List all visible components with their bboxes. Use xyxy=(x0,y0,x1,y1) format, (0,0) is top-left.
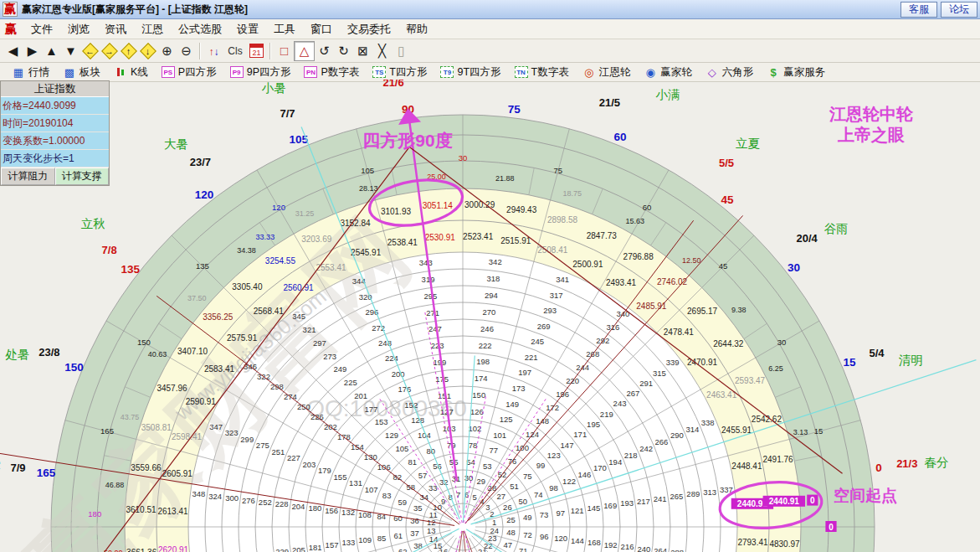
customer-service-button[interactable]: 客服 xyxy=(900,2,937,18)
svg-text:135: 135 xyxy=(121,263,141,276)
module-label: 板块 xyxy=(80,65,100,80)
svg-text:21/3: 21/3 xyxy=(896,457,917,470)
module-button-8[interactable]: TNT数字表 xyxy=(508,64,576,80)
rotate-ccw-icon[interactable]: ↺ xyxy=(315,42,334,60)
module-label: 赢家轮 xyxy=(660,65,692,80)
calc-support-button[interactable]: 计算支撑 xyxy=(55,168,110,185)
svg-text:293: 293 xyxy=(543,306,557,315)
svg-text:228: 228 xyxy=(275,499,289,508)
module-button-3[interactable]: PSP四方形 xyxy=(155,64,223,80)
module-button-7[interactable]: T99T四方形 xyxy=(434,64,507,80)
svg-text:125: 125 xyxy=(500,415,513,424)
toolbar-separator xyxy=(199,43,201,59)
menu-item-9[interactable]: 帮助 xyxy=(398,19,435,39)
down-triangle-icon[interactable]: ▼ xyxy=(61,42,80,60)
module-button-11[interactable]: ◇六角形 xyxy=(699,64,761,80)
svg-text:264: 264 xyxy=(654,546,667,552)
zoom-in-icon[interactable]: ⊕ xyxy=(157,42,177,60)
square-tool-icon[interactable]: □ xyxy=(275,42,294,60)
svg-text:289: 289 xyxy=(686,489,700,498)
svg-text:243: 243 xyxy=(613,399,627,408)
svg-text:221: 221 xyxy=(525,353,538,362)
svg-text:小满: 小满 xyxy=(655,88,680,101)
svg-text:273: 273 xyxy=(323,352,336,361)
module-button-1[interactable]: ▩板块 xyxy=(56,64,107,80)
app-logo-icon: 赢 xyxy=(3,2,18,17)
svg-text:249: 249 xyxy=(334,364,347,374)
boxed-x-icon[interactable]: ⊠ xyxy=(353,42,372,60)
menu-item-2[interactable]: 资讯 xyxy=(97,19,134,39)
svg-text:3051.14: 3051.14 xyxy=(423,201,454,210)
svg-text:297: 297 xyxy=(313,338,326,348)
forward-icon[interactable]: ▶ xyxy=(23,42,42,60)
gann-wheel-canvas[interactable]: 赢家财富网www.yingjia360.comQQ:10080036012345… xyxy=(0,80,980,552)
sort-updown-icon[interactable]: ↑↓ xyxy=(204,42,223,60)
module-button-2[interactable]: K线 xyxy=(107,64,155,80)
svg-text:246: 246 xyxy=(480,324,494,333)
menu-item-4[interactable]: 公式选股 xyxy=(171,19,229,39)
svg-text:2598.41: 2598.41 xyxy=(172,432,203,441)
svg-text:0: 0 xyxy=(875,462,882,474)
svg-text:324: 324 xyxy=(208,492,222,501)
pan-left-icon[interactable]: ← xyxy=(80,42,100,60)
pan-up-icon[interactable]: ↑ xyxy=(119,42,138,60)
pan-down-icon[interactable]: ↓ xyxy=(138,42,157,60)
menu-item-6[interactable]: 工具 xyxy=(266,19,303,39)
module-label: 江恩轮 xyxy=(599,65,631,80)
svg-text:3508.81: 3508.81 xyxy=(141,423,172,432)
svg-text:37: 37 xyxy=(410,529,419,538)
svg-text:122: 122 xyxy=(562,477,576,486)
cls-button[interactable]: Cls xyxy=(223,42,247,60)
delete-icon[interactable]: ▯ xyxy=(392,42,411,60)
svg-text:49: 49 xyxy=(523,513,532,522)
module-button-4[interactable]: P99P四方形 xyxy=(223,64,298,80)
menu-item-0[interactable]: 文件 xyxy=(23,19,60,39)
forum-button[interactable]: 论坛 xyxy=(941,2,977,18)
svg-text:48: 48 xyxy=(506,528,516,537)
module-button-0[interactable]: ▦行情 xyxy=(5,64,56,80)
svg-text:2560.91: 2560.91 xyxy=(283,283,314,292)
svg-text:2605.91: 2605.91 xyxy=(162,469,193,478)
svg-text:2644.32: 2644.32 xyxy=(713,339,744,348)
svg-text:9.38: 9.38 xyxy=(731,306,747,314)
calendar-icon[interactable]: 21 xyxy=(247,42,266,60)
up-triangle-icon[interactable]: ▲ xyxy=(42,42,61,60)
svg-text:53: 53 xyxy=(483,462,492,471)
pbox-icon: P9 xyxy=(230,66,244,78)
pan-right-icon[interactable]: → xyxy=(100,42,119,60)
titlebar: 赢 赢家江恩专业版[赢家服务平台] - [上证指数 江恩轮] 客服 论坛 xyxy=(0,0,980,19)
svg-text:四方形90度: 四方形90度 xyxy=(362,131,452,150)
menu-item-1[interactable]: 浏览 xyxy=(60,19,97,39)
blocks-icon: ▩ xyxy=(63,66,76,78)
back-icon[interactable]: ◀ xyxy=(3,42,23,60)
module-button-5[interactable]: PNP数字表 xyxy=(297,64,366,80)
menu-item-7[interactable]: 窗口 xyxy=(303,19,340,39)
svg-text:300: 300 xyxy=(225,493,239,503)
menu-item-5[interactable]: 设置 xyxy=(229,19,266,39)
menu-item-8[interactable]: 交易委托 xyxy=(340,19,398,39)
module-button-12[interactable]: $赢家服务 xyxy=(760,64,832,80)
svg-text:227: 227 xyxy=(287,453,300,462)
zoom-out-icon[interactable]: ⊖ xyxy=(177,42,196,60)
pbox-icon: PN xyxy=(304,66,317,78)
module-button-10[interactable]: ◉赢家轮 xyxy=(637,64,699,80)
rotate-cw-icon[interactable]: ↻ xyxy=(334,42,353,60)
svg-text:3152.84: 3152.84 xyxy=(340,219,371,228)
triangle-tool-icon[interactable]: △ xyxy=(294,41,315,61)
svg-text:0: 0 xyxy=(829,523,834,532)
calc-resistance-button[interactable]: 计算阻力 xyxy=(1,168,55,185)
menu-item-3[interactable]: 江恩 xyxy=(134,19,171,39)
gann-wheel-app: { "titlebar":{"icon":"赢","title":"赢家江恩专业… xyxy=(0,0,980,552)
svg-text:2568.41: 2568.41 xyxy=(254,307,285,316)
svg-text:23: 23 xyxy=(488,534,497,543)
module-button-9[interactable]: ◎江恩轮 xyxy=(576,64,638,80)
svg-text:大暑: 大暑 xyxy=(164,137,188,151)
module-label: 赢家服务 xyxy=(783,65,825,80)
cross-arrows-icon[interactable]: ╳ xyxy=(372,42,392,60)
svg-text:96: 96 xyxy=(540,532,549,541)
svg-text:2493.41: 2493.41 xyxy=(606,278,637,287)
svg-text:180: 180 xyxy=(88,509,101,518)
svg-text:2793.41: 2793.41 xyxy=(737,538,768,547)
svg-text:83: 83 xyxy=(382,491,392,500)
module-button-6[interactable]: TST四方形 xyxy=(366,64,434,80)
